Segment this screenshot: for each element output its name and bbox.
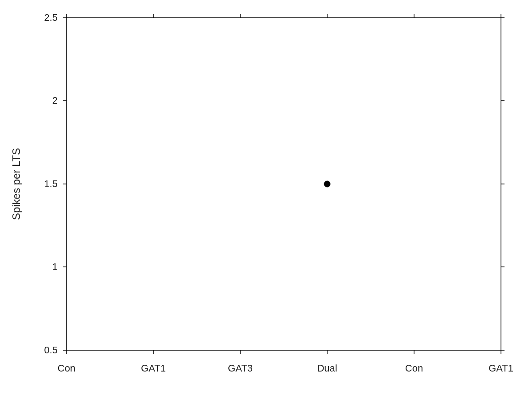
x-label-1: GAT1 bbox=[141, 363, 166, 374]
x-label-3: Dual bbox=[317, 363, 337, 374]
y-label-1.5: 1.5 bbox=[44, 178, 58, 189]
x-label-4: Con bbox=[405, 363, 423, 374]
y-label-0.5: 0.5 bbox=[44, 344, 58, 356]
x-label-5: GAT1 bbox=[489, 363, 513, 374]
y-label-2.5: 2.5 bbox=[44, 12, 58, 23]
scatter-plot: 2.5 2 1.5 1 0.5 Spikes per LTS Con GAT1 … bbox=[0, 0, 532, 399]
x-label-0: Con bbox=[58, 363, 75, 374]
y-label-2.0: 2 bbox=[52, 95, 58, 106]
y-label-1.0: 1 bbox=[52, 261, 58, 272]
y-axis-label: Spikes per LTS bbox=[10, 148, 22, 220]
data-point-0 bbox=[324, 181, 330, 187]
plot-area bbox=[66, 18, 501, 350]
x-label-2: GAT3 bbox=[228, 363, 253, 374]
chart-container: 2.5 2 1.5 1 0.5 Spikes per LTS Con GAT1 … bbox=[0, 0, 532, 399]
